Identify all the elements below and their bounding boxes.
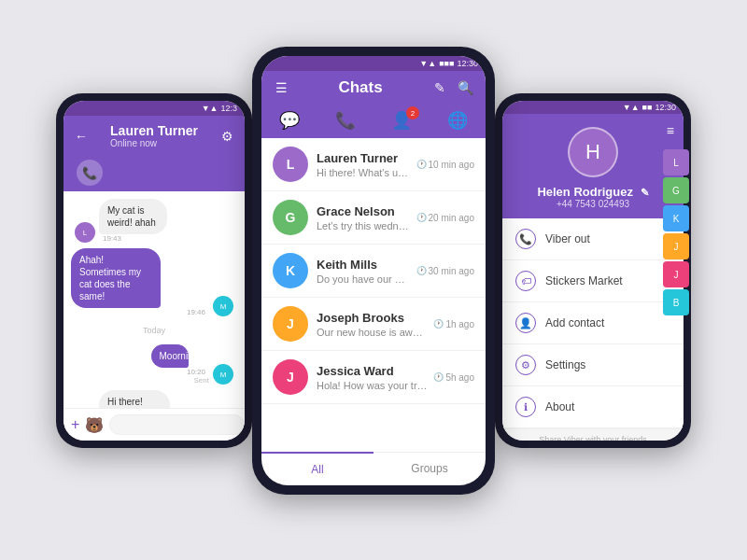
center-time: 12:30 [457, 59, 478, 68]
chat-time: 🕐 20 min ago [416, 213, 474, 223]
settings-label: Settings [545, 358, 585, 371]
avatar-small: L [75, 222, 95, 243]
viber-out-icon: 📞 [515, 229, 536, 249]
edit-profile-icon[interactable]: ✎ [641, 187, 649, 198]
message-row: Moorning! 10:20 Sent M [71, 344, 237, 385]
tab-chat[interactable]: 💬 [279, 110, 300, 131]
share-bar: Share Viber with your friends f t v ✉ [502, 428, 684, 441]
menu-item-add-contact[interactable]: 👤 Add contact [502, 302, 684, 344]
right-status-bar: ▼▲ ■■ 12:30 [502, 101, 684, 114]
contacts-badge: 2 [406, 106, 419, 119]
sticker-button[interactable]: 🐻 [85, 416, 104, 434]
message-row: Ahah! Sometimes my cat does the same! 19… [71, 248, 237, 316]
left-status-icons: ▼▲ 12:3 [202, 104, 237, 113]
chat-meta: 🕐 10 min ago [416, 160, 474, 170]
search-button[interactable]: 🔍 [458, 79, 474, 96]
chat-info: Joseph Brooks Our new house is awesome! … [317, 311, 428, 338]
chat-item[interactable]: J Jessica Ward Hola! How was your trip t… [261, 351, 486, 404]
left-contact-status: Online now [110, 138, 198, 148]
chat-list: L Lauren Turner Hi there! What's up? :) … [261, 138, 486, 452]
header-icons: ✎ 🔍 [431, 79, 474, 96]
back-button[interactable]: ← [73, 128, 90, 145]
add-contact-icon: 👤 [515, 313, 536, 333]
edit-button[interactable]: ✎ [431, 79, 448, 96]
avatar: J [273, 306, 308, 342]
center-phone: ▼▲ ■■■ 12:30 ☰ Chats ✎ 🔍 [252, 47, 495, 495]
right-friends-list: L G K J J B [663, 93, 691, 448]
menu-item-viber-out[interactable]: 📞 Viber out [502, 218, 684, 260]
message-input[interactable] [109, 414, 245, 435]
friend-thumb: J [663, 233, 689, 259]
call-button[interactable]: 📞 [77, 160, 103, 186]
settings-button[interactable]: ⚙ [218, 128, 235, 145]
friend-thumb: G [663, 177, 689, 203]
chat-preview: Do you have our photos from the nye? [317, 273, 411, 285]
tab-more[interactable]: 🌐 [447, 110, 468, 131]
message-row: L My cat is weird! ahah 19:43 [71, 199, 237, 243]
friend-thumb: B [663, 289, 689, 315]
tab-contacts[interactable]: 👤 2 [391, 110, 412, 131]
message-time: 19:43 [103, 234, 200, 243]
add-contact-label: Add contact [545, 316, 604, 329]
nav-tabs: 💬 📞 👤 2 🌐 [261, 105, 486, 138]
left-contact-info: Lauren Turner Online now [110, 123, 198, 148]
message-bubble: Ahah! Sometimes my cat does the same! [71, 248, 161, 308]
menu-button[interactable]: ☰ [273, 79, 289, 96]
calls-icon: 📞 [335, 110, 356, 131]
chat-item[interactable]: J Joseph Brooks Our new house is awesome… [261, 298, 486, 351]
right-battery-icon: ■■ [642, 103, 653, 112]
share-bar-text: Share Viber with your friends [512, 435, 674, 441]
menu-list: 📞 Viber out 🏷 Stickers Market 👤 Add cont… [502, 218, 684, 428]
more-icon: 🌐 [447, 110, 468, 131]
message-bubble: Moorning! [151, 344, 190, 368]
chat-item[interactable]: G Grace Nelson Let's try this wednesday.… [261, 191, 486, 245]
avatar: J [273, 359, 308, 395]
chat-preview: Let's try this wednesday... Is that alri… [317, 220, 411, 231]
center-status-bar: ▼▲ ■■■ 12:30 [261, 56, 486, 71]
menu-item-settings[interactable]: ⚙ Settings [502, 344, 684, 386]
tab-calls[interactable]: 📞 [335, 110, 356, 131]
phones-container: ▼▲ 12:3 ← Lauren Turner Online now ⚙ 📞 [0, 0, 747, 560]
chat-info: Grace Nelson Let's try this wednesday...… [317, 204, 411, 231]
chat-preview: Hi there! What's up? :) [317, 167, 411, 178]
plus-button[interactable]: + [71, 416, 79, 433]
chat-name: Grace Nelson [317, 204, 411, 218]
chat-meta: 🕐 5h ago [433, 372, 474, 383]
center-signal-icon: ▼▲ [419, 59, 436, 68]
message-status: Sent [151, 376, 209, 385]
avatar: G [273, 200, 308, 235]
friend-thumb: K [663, 205, 689, 231]
left-contact-name: Lauren Turner [110, 123, 198, 138]
right-signal-icon: ▼▲ [623, 103, 640, 112]
center-battery-icon: ■■■ [439, 59, 454, 68]
messages-area: L My cat is weird! ahah 19:43 Ahah! Some… [63, 191, 245, 408]
menu-item-about[interactable]: ℹ About [502, 386, 684, 428]
bottom-tab-bar: All Groups [261, 452, 486, 485]
avatar-small: M [213, 364, 233, 385]
right-phone: ▼▲ ■■ 12:30 ≡ H Helen Rodriguez ✎ +44 75… [495, 93, 691, 448]
profile-avatar: H [568, 127, 618, 177]
chat-item[interactable]: L Lauren Turner Hi there! What's up? :) … [261, 138, 486, 191]
tab-groups[interactable]: Groups [374, 453, 486, 485]
avatar: L [273, 147, 308, 182]
chat-preview: Our new house is awesome! You should com… [317, 327, 428, 338]
stickers-label: Stickers Market [545, 274, 623, 287]
chat-name: Lauren Turner [317, 151, 411, 165]
chat-icon: 💬 [279, 110, 300, 131]
message-time: 10:20 [155, 368, 205, 376]
chat-info: Keith Mills Do you have our photos from … [317, 258, 411, 285]
tab-all[interactable]: All [261, 452, 374, 485]
chat-preview: Hola! How was your trip to Dominican Rep… [317, 380, 428, 391]
center-header: ☰ Chats ✎ 🔍 [261, 71, 486, 105]
chat-time: 🕐 10 min ago [416, 160, 474, 170]
left-status-bar: ▼▲ 12:3 [63, 101, 245, 116]
friend-thumb: J [663, 261, 689, 287]
chat-meta: 🕐 1h ago [433, 319, 474, 329]
chat-name: Jessica Ward [317, 364, 428, 378]
chats-title: Chats [338, 78, 382, 97]
chat-item[interactable]: K Keith Mills Do you have our photos fro… [261, 245, 486, 298]
menu-item-stickers[interactable]: 🏷 Stickers Market [502, 260, 684, 302]
profile-name: Helen Rodriguez ✎ [537, 185, 648, 199]
left-header: ← Lauren Turner Online now ⚙ [63, 116, 245, 156]
chat-info: Lauren Turner Hi there! What's up? :) [317, 151, 411, 178]
